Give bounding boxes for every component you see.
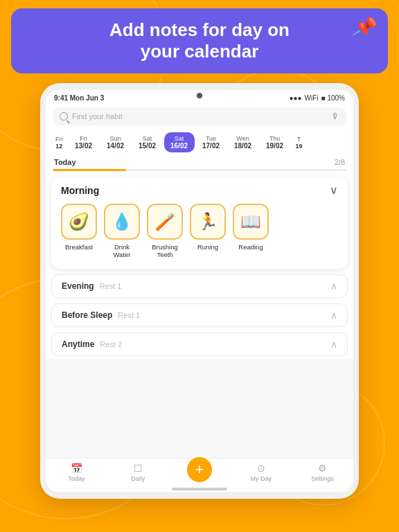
search-icon (60, 112, 68, 121)
anytime-title: Anytime (62, 339, 94, 349)
header-banner: Add notes for day on your calendar 📌 (11, 8, 388, 73)
habit-label-reading: Reading (238, 243, 263, 251)
tablet-inner: 9:41 Mon Jun 3 ●●● WiFi ■ 100% Find your… (46, 90, 353, 492)
calendar-day-active[interactable]: Sat 16/02 (164, 132, 195, 152)
progress-fill (53, 169, 126, 171)
habit-brushing[interactable]: 🪥 BrushingTeeth (147, 204, 183, 259)
calendar-day-5[interactable]: Wen 18/02 (228, 132, 258, 152)
today-tab-icon: 📅 (71, 463, 82, 474)
today-count: 2/8 (335, 158, 345, 166)
anytime-rest: Rest 2 (100, 340, 122, 348)
pin-icon: 📌 (351, 13, 378, 40)
calendar-day-4[interactable]: Tue 17/02 (196, 132, 227, 152)
camera-dot (197, 93, 202, 98)
header-title: Add notes for day on your calendar (25, 19, 374, 62)
tab-add[interactable]: + (169, 463, 231, 482)
before-sleep-chevron-icon[interactable]: ∧ (330, 310, 337, 321)
habit-label-brushing: BrushingTeeth (152, 243, 178, 259)
search-placeholder: Find your habit (72, 112, 123, 121)
habits-row: 🥑 Breakfast 💧 DrinkWater 🪥 BrushingTeeth… (61, 204, 338, 259)
habit-label-running: Runing (197, 243, 218, 251)
daily-tab-label: Daily (131, 475, 145, 482)
habit-running[interactable]: 🏃 Runing (190, 204, 226, 251)
calendar-day-1[interactable]: Sun 14/02 (100, 132, 131, 152)
habit-icon-reading: 📖 (233, 204, 269, 240)
anytime-section[interactable]: Anytime Rest 2 ∧ (51, 332, 348, 356)
battery-icon: ■ 100% (321, 94, 345, 102)
mic-icon[interactable]: 🎙 (331, 112, 339, 121)
evening-section[interactable]: Evening Rest 1 ∧ (51, 274, 348, 298)
habit-label-breakfast: Breakfast (65, 243, 93, 251)
calendar-day-0[interactable]: Fri 13/02 (69, 132, 99, 152)
search-bar[interactable]: Find your habit 🎙 (53, 107, 346, 125)
today-label: Today (54, 158, 76, 166)
add-button[interactable]: + (187, 457, 212, 482)
progress-bar (53, 169, 346, 171)
content-spacer (46, 359, 353, 458)
before-sleep-title: Before Sleep (62, 310, 112, 320)
status-icons: ●●● WiFi ■ 100% (289, 94, 345, 102)
habit-reading[interactable]: 📖 Reading (233, 204, 269, 251)
evening-chevron-icon[interactable]: ∧ (330, 281, 337, 292)
evening-title: Evening (62, 281, 94, 291)
morning-card: Morning ∨ 🥑 Breakfast 💧 DrinkWater 🪥 Bru… (51, 177, 348, 269)
before-sleep-rest: Rest 1 (118, 311, 140, 319)
evening-rest: Rest 1 (100, 282, 122, 290)
calendar-day-partial[interactable]: Fri 12 (51, 133, 67, 152)
tab-my-day[interactable]: ⊙ My Day (230, 463, 292, 482)
my-day-tab-icon: ⊙ (257, 463, 265, 474)
my-day-tab-label: My Day (251, 475, 272, 482)
morning-title: Morning (61, 185, 99, 196)
morning-section-header: Morning ∨ (61, 184, 338, 197)
habit-icon-drink-water: 💧 (104, 204, 140, 240)
habit-label-drink-water: DrinkWater (114, 243, 131, 259)
today-bar: Today 2/8 (46, 155, 353, 168)
settings-tab-icon: ⚙ (318, 463, 327, 474)
wifi-icon: WiFi (305, 94, 319, 102)
tab-daily[interactable]: ☐ Daily (107, 463, 169, 482)
status-time: 9:41 Mon Jun 3 (54, 94, 104, 102)
calendar-day-6[interactable]: Thu 19/02 (260, 132, 290, 152)
calendar-day-2[interactable]: Sat 15/02 (132, 132, 163, 152)
daily-tab-icon: ☐ (134, 463, 143, 474)
habit-breakfast[interactable]: 🥑 Breakfast (61, 204, 97, 251)
habit-drink-water[interactable]: 💧 DrinkWater (104, 204, 140, 259)
tab-settings[interactable]: ⚙ Settings (292, 463, 353, 482)
settings-tab-label: Settings (311, 475, 334, 482)
tablet-frame: 9:41 Mon Jun 3 ●●● WiFi ■ 100% Find your… (40, 83, 359, 499)
habit-icon-breakfast: 🥑 (61, 204, 97, 240)
habit-icon-brushing: 🪥 (147, 204, 183, 240)
morning-chevron-icon[interactable]: ∨ (330, 184, 338, 197)
home-indicator (172, 488, 227, 490)
habit-icon-running: 🏃 (190, 204, 226, 240)
before-sleep-section[interactable]: Before Sleep Rest 1 ∧ (51, 303, 348, 327)
signal-icon: ●●● (289, 94, 301, 102)
calendar-strip: Fri 12 Fri 13/02 Sun 14/02 Sat 15/02 Sat… (46, 130, 353, 155)
tab-today[interactable]: 📅 Today (46, 463, 107, 482)
calendar-day-partial-right[interactable]: T 19 (292, 133, 307, 152)
anytime-chevron-icon[interactable]: ∧ (330, 339, 337, 350)
today-tab-label: Today (68, 475, 85, 482)
tab-bar: 📅 Today ☐ Daily + ⊙ My Day ⚙ Settings (46, 458, 353, 485)
